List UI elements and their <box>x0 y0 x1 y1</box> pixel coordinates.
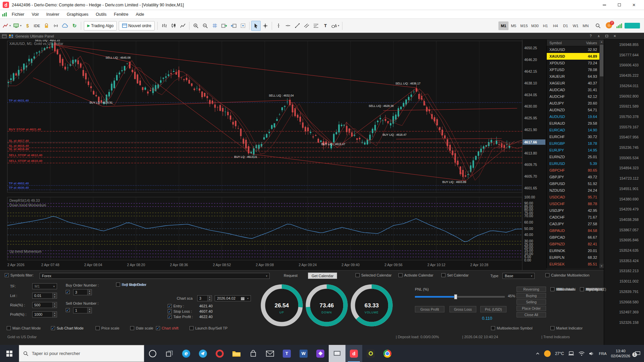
zoom-in-button[interactable] <box>191 21 201 31</box>
watchlist-row-EURNOK[interactable]: EURNOK20.01 <box>547 247 604 254</box>
grid-button[interactable] <box>210 21 219 31</box>
taskbar-app-teams-icon[interactable]: T <box>278 345 295 362</box>
indicator-check-snr[interactable]: ✓SNR <box>580 287 593 291</box>
misc-check-multiselection-symbol[interactable]: ✓Multiselection Symbol <box>491 326 532 330</box>
cloud-icon[interactable] <box>60 21 70 31</box>
buy-order-number-check[interactable]: ✓ <box>66 290 70 294</box>
pnl-usd-button[interactable]: PnL (USD) <box>480 306 506 312</box>
watchlist-row-GBPCHF[interactable]: GBPCHF80.65 <box>547 167 604 174</box>
mode-check-sub-chart-mode[interactable]: ✓Sub Chart Mode <box>51 326 84 330</box>
scroll-up-icon[interactable]: ▲ <box>599 40 604 44</box>
tray-expand-icon[interactable] <box>536 352 540 355</box>
buy-order-number-input[interactable]: 3▲▼ <box>73 289 92 295</box>
timeframe-button-H4[interactable]: H4 <box>550 21 560 30</box>
close-button[interactable]: ✕ <box>627 0 641 10</box>
timeframe-button-MN[interactable]: MN <box>581 21 591 30</box>
zoom-out-button[interactable] <box>201 21 210 31</box>
watchlist-row-AUDNZD[interactable]: AUDNZD54.71 <box>547 107 604 113</box>
watchlist-row-XPDUSD[interactable]: XPDUSD73.24 <box>547 60 604 66</box>
taskbar-app-app-yellow-icon[interactable] <box>362 345 379 362</box>
auto-scroll-button[interactable] <box>219 21 229 31</box>
watchlist-row-EURUSD[interactable]: EURUSD5.39 <box>547 160 604 167</box>
laptop-icon[interactable] <box>568 351 574 356</box>
menu-item-insérer[interactable]: Insérer <box>43 11 63 18</box>
timeframe-button-M1[interactable]: M1 <box>498 21 508 30</box>
candles-chart-button[interactable] <box>169 21 178 31</box>
mode-check-date-scale[interactable]: ✓Date scale <box>130 326 153 330</box>
request-button[interactable]: Request <box>284 274 298 278</box>
sell-order-number-check[interactable]: ✓ <box>66 308 70 312</box>
maximize-button[interactable] <box>612 0 627 10</box>
indicators-dialog-button[interactable] <box>238 21 248 31</box>
action-button-selling[interactable]: Selling <box>517 299 546 305</box>
watchlist-row-GBPUSD[interactable]: GBPUSD51.92 <box>547 180 604 187</box>
trendline-tool-button[interactable] <box>292 21 302 31</box>
watchlist-row-EURCHF[interactable]: EURCHF30.72 <box>547 133 604 140</box>
timeframe-button-W1[interactable]: W1 <box>571 21 581 30</box>
watchlist-row-XAGEUR[interactable]: XAGEUR40.37 <box>547 80 604 86</box>
weather-icon[interactable] <box>544 350 551 357</box>
menu-item-voir[interactable]: Voir <box>28 11 43 18</box>
calendar-multiselection-check[interactable]: ✓Calendar Multiselection <box>545 273 589 277</box>
watchlist-row-AUDCHF[interactable]: AUDCHF62.12 <box>547 93 604 100</box>
watchlist-row-XAGUSD[interactable]: XAGUSD32.92 <box>547 46 604 53</box>
refresh-icon[interactable]: ↻ <box>70 21 79 31</box>
start-button[interactable] <box>0 345 19 362</box>
lot-input[interactable]: 0.01▲▼ <box>32 293 57 299</box>
symbols-filter-select[interactable]: Forex▾ <box>40 273 270 279</box>
watchlist-scrollbar[interactable]: ▲ ▼ <box>599 40 604 268</box>
gross-profit-button[interactable]: Gross Profit <box>415 306 444 312</box>
indicator-check-smc-zones[interactable]: ✓SMC zones <box>550 287 575 291</box>
fibonacci-tool-button[interactable] <box>311 21 321 31</box>
trading-algo-button[interactable]: ▶Trading Algo <box>84 21 117 31</box>
pnl-slider[interactable] <box>415 296 505 298</box>
slider-handle[interactable] <box>454 294 457 299</box>
menu-item-fenêtre[interactable]: Fenêtre <box>110 11 132 18</box>
panel-close-button[interactable]: ✕ <box>611 34 619 39</box>
watchlist-row-AUDCAD[interactable]: AUDCAD31.41 <box>547 86 604 93</box>
watchlist-row-CADJPY[interactable]: CADJPY27.58 <box>547 221 604 227</box>
taskbar-app-task-view-icon[interactable] <box>161 345 178 362</box>
get-calendar-button[interactable]: Get Calendar <box>308 273 337 279</box>
taskbar-app-app-purple-icon[interactable] <box>312 345 329 362</box>
action-button-buying[interactable]: Buying <box>517 293 546 298</box>
type-select[interactable]: Base▾ <box>502 273 535 279</box>
market-watch-button[interactable]: $ <box>23 21 32 31</box>
taskbar-app-mail-icon[interactable] <box>262 345 278 362</box>
channel-tool-button[interactable] <box>302 21 311 31</box>
watchlist-row-EURNZD[interactable]: EURNZD25.01 <box>547 154 604 160</box>
watchlist-row-GBPNZD[interactable]: GBPNZD82.41 <box>547 241 604 247</box>
timeframe-button-H1[interactable]: H1 <box>540 21 550 30</box>
chart-scale-input[interactable]: 3▲▼ <box>197 295 212 301</box>
taskbar-app-edge-icon[interactable]: e <box>178 345 195 362</box>
chart-shift-button[interactable] <box>229 21 238 31</box>
menu-item-graphiques[interactable]: Graphiques <box>63 11 92 18</box>
set-calendar-check[interactable]: ✓Set Calendar <box>441 273 469 277</box>
timeframe-button-M15[interactable]: M15 <box>519 21 529 30</box>
watchlist-row-EURGBP[interactable]: EURGBP18.78 <box>547 140 604 147</box>
taskbar-app-telegram-icon[interactable] <box>195 345 211 362</box>
action-button-place-order[interactable]: Place Order <box>517 306 546 311</box>
watchlist-row-GBPCAD[interactable]: GBPCAD66.67 <box>547 234 604 241</box>
timeframe-button-M30[interactable]: M30 <box>530 21 540 30</box>
watchlist-row-AUDJPY[interactable]: AUDJPY20.60 <box>547 100 604 107</box>
menu-item-fichier[interactable]: Fichier <box>8 11 28 18</box>
selected-calendar-check[interactable]: ✓Selected Calendar <box>356 273 392 277</box>
search-icon[interactable] <box>593 21 603 31</box>
trade-field-2[interactable]: ✓Take Profit :4622.40 <box>168 315 213 319</box>
temperature[interactable]: 27°C <box>555 351 564 356</box>
crosshair-tool-button[interactable] <box>261 21 270 31</box>
watchlist-row-EURJPY[interactable]: EURJPY14.95 <box>547 147 604 154</box>
watchlist-row-XAUEUR[interactable]: XAUEUR64.93 <box>547 73 604 80</box>
algo-lock-icon[interactable] <box>42 21 51 31</box>
watchlist-row-XPTUSD[interactable]: XPTUSD78.08 <box>547 66 604 73</box>
watchlist-row-GBPJPY[interactable]: GBPJPY49.72 <box>547 174 604 180</box>
watchlist-row-USDCAD[interactable]: USDCAD95.71 <box>547 194 604 200</box>
line-chart-button[interactable] <box>178 21 187 31</box>
shapes-tool-button[interactable]: ▾ <box>330 21 340 31</box>
action-center-icon[interactable]: 1 <box>635 351 641 356</box>
watchlist-row-EURSEK[interactable]: EURSEK85.51 <box>547 261 604 267</box>
watchlist-row-USDJPY[interactable]: USDJPY42.95 <box>547 207 604 214</box>
timeframe-button-M5[interactable]: M5 <box>508 21 519 30</box>
minimize-button[interactable] <box>597 0 612 10</box>
